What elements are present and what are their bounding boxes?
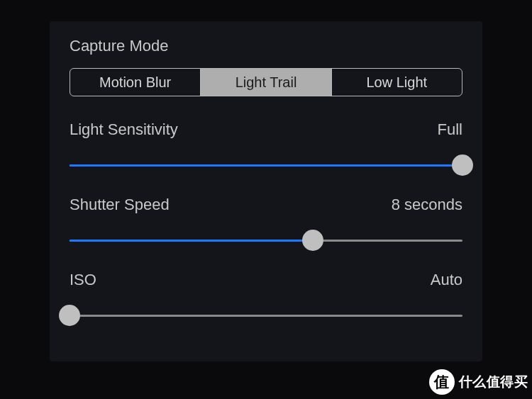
capture-mode-title: Capture Mode [70, 37, 462, 55]
light-sensitivity-slider[interactable] [70, 154, 462, 176]
iso-label: ISO [70, 271, 96, 289]
shutter-speed-row: Shutter Speed 8 seconds [70, 196, 462, 214]
light-sensitivity-row: Light Sensitivity Full [70, 120, 462, 139]
iso-row: ISO Auto [70, 271, 462, 289]
slider-fill [70, 240, 313, 242]
slider-thumb[interactable] [452, 154, 473, 176]
iso-value: Auto [431, 271, 462, 289]
iso-slider[interactable] [70, 305, 462, 326]
shutter-speed-value: 8 seconds [392, 196, 462, 214]
watermark-badge-icon: 值 [429, 369, 455, 395]
shutter-speed-setting: Shutter Speed 8 seconds [70, 196, 462, 251]
shutter-speed-label: Shutter Speed [70, 196, 170, 214]
shutter-speed-slider[interactable] [70, 230, 462, 251]
watermark-text: 什么值得买 [459, 373, 528, 391]
watermark: 值 什么值得买 [429, 369, 528, 395]
capture-mode-segmented[interactable]: Motion Blur Light Trail Low Light [70, 68, 462, 96]
light-sensitivity-value: Full [438, 120, 462, 139]
iso-setting: ISO Auto [70, 271, 462, 326]
segment-light-trail[interactable]: Light Trail [200, 69, 331, 96]
light-sensitivity-setting: Light Sensitivity Full [70, 120, 462, 176]
slider-fill [70, 164, 462, 167]
capture-settings-panel: Capture Mode Motion Blur Light Trail Low… [50, 21, 482, 361]
segment-low-light[interactable]: Low Light [331, 69, 462, 96]
slider-thumb[interactable] [59, 305, 80, 326]
slider-track [70, 315, 462, 317]
light-sensitivity-label: Light Sensitivity [70, 120, 178, 139]
segment-motion-blur[interactable]: Motion Blur [70, 69, 200, 96]
slider-thumb[interactable] [302, 230, 323, 251]
